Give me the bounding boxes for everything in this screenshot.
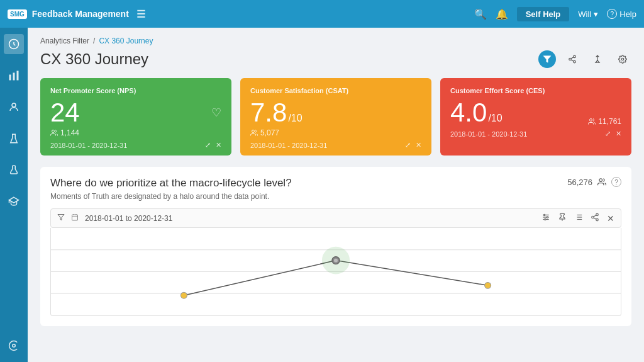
- csat-card: Customer Satisfaction (CSAT) 7.8/10 5,07…: [240, 78, 431, 156]
- help-link[interactable]: ? Help: [607, 9, 636, 19]
- share-action-icon[interactable]: [564, 50, 581, 68]
- chart-point-3[interactable]: [485, 282, 491, 288]
- svg-rect-1: [9, 75, 11, 81]
- nps-expand-icon[interactable]: ⤢: [205, 141, 211, 149]
- chart-filter-icon[interactable]: [57, 213, 65, 223]
- user-label: Will: [578, 9, 591, 19]
- search-icon[interactable]: 🔍: [474, 8, 487, 20]
- csat-footer-icons: ⤢ ✕: [405, 141, 421, 149]
- chart-list-icon[interactable]: [574, 213, 583, 223]
- svg-point-13: [52, 130, 55, 133]
- nps-date: 2018-01-01 - 2020-12-31: [50, 142, 127, 149]
- page-actions: [538, 50, 631, 68]
- ces-suffix: /10: [488, 113, 502, 123]
- csat-label: Customer Satisfaction (CSAT): [250, 87, 421, 94]
- svg-marker-6: [543, 56, 551, 63]
- ces-score-group: 4.0/10: [450, 99, 502, 126]
- page-title: CX 360 Journey: [40, 50, 148, 68]
- chart-toolbar-right: ✕: [541, 213, 614, 223]
- ces-label: Customer Effort Score (CES): [450, 87, 621, 94]
- section-question: Where do we prioritize at the macro-life…: [50, 177, 292, 189]
- svg-line-38: [594, 218, 596, 219]
- csat-footer: 2018-01-01 - 2020-12-31 ⤢ ✕: [250, 141, 421, 149]
- top-navigation: SMG Feedback Management ☰ 🔍 🔔 Self Help …: [0, 0, 644, 28]
- sidebar-item-industry[interactable]: [4, 65, 24, 86]
- chart-close-icon[interactable]: ✕: [607, 213, 614, 223]
- ces-footer: 2018-01-01 - 2020-12-31 ⤢ ✕: [450, 130, 621, 138]
- sidebar-item-science[interactable]: [4, 128, 24, 149]
- app-name: Feedback Management: [32, 9, 129, 19]
- nps-count: 1,144: [50, 128, 221, 137]
- sidebar-item-users[interactable]: [4, 97, 24, 117]
- chart-calendar-icon: [71, 213, 79, 223]
- breadcrumb-current[interactable]: CX 360 Journey: [99, 37, 153, 45]
- user-menu[interactable]: Will ▾: [578, 9, 598, 19]
- nps-footer-icons: ⤢ ✕: [205, 141, 221, 149]
- nps-close-icon[interactable]: ✕: [216, 141, 221, 149]
- svg-point-8: [569, 58, 572, 60]
- svg-point-35: [596, 213, 599, 216]
- user-chevron: ▾: [594, 9, 598, 19]
- chart-point-1[interactable]: [180, 292, 187, 298]
- csat-close-icon[interactable]: ✕: [416, 141, 421, 149]
- csat-suffix: /10: [288, 113, 302, 123]
- svg-point-36: [592, 216, 594, 218]
- sidebar-item-analytics[interactable]: [4, 34, 24, 54]
- ces-close-icon[interactable]: ✕: [616, 130, 621, 138]
- svg-point-37: [596, 218, 599, 221]
- nps-score: 24: [50, 99, 80, 126]
- csat-score: 7.8: [250, 98, 287, 127]
- section-subtitle: Moments of Truth are designated by a hal…: [50, 192, 621, 201]
- menu-icon[interactable]: ☰: [136, 8, 145, 20]
- settings-action-icon[interactable]: [614, 50, 631, 68]
- svg-rect-18: [72, 215, 78, 220]
- svg-point-27: [545, 218, 546, 220]
- layout: Analytics Filter / CX 360 Journey CX 360…: [0, 28, 644, 362]
- sidebar-item-tools[interactable]: [4, 336, 24, 356]
- chart-share-icon[interactable]: [591, 213, 599, 223]
- svg-line-10: [571, 60, 574, 61]
- ces-date: 2018-01-01 - 2020-12-31: [450, 130, 527, 138]
- breadcrumb-parent[interactable]: Analytics Filter: [40, 37, 89, 45]
- selfhelp-button[interactable]: Self Help: [517, 7, 570, 21]
- filter-action-icon[interactable]: [538, 50, 556, 68]
- svg-rect-3: [17, 71, 19, 81]
- ces-score-row: 4.0/10 11,761: [450, 99, 621, 126]
- csat-expand-icon[interactable]: ⤢: [405, 141, 411, 149]
- logo-box: SMG: [8, 9, 27, 19]
- app-logo: SMG Feedback Management ☰: [8, 8, 474, 20]
- csat-count: 5,077: [250, 128, 421, 137]
- nps-score-row: 24 ♡: [50, 99, 221, 126]
- nps-label: Net Promoter Score (NPS): [50, 87, 221, 94]
- notification-icon[interactable]: 🔔: [496, 8, 508, 20]
- chart-point-2-inner: [334, 259, 338, 263]
- ces-expand-icon[interactable]: ⤢: [605, 130, 611, 138]
- svg-point-5: [13, 344, 16, 348]
- nps-card: Net Promoter Score (NPS) 24 ♡ 1,144 2018…: [40, 78, 231, 156]
- nps-heart-icon: ♡: [211, 106, 221, 120]
- svg-marker-17: [58, 215, 64, 220]
- svg-point-15: [590, 119, 592, 122]
- svg-point-14: [252, 130, 255, 133]
- chart-toolbar-left: 2018-01-01 to 2020-12-31: [57, 213, 172, 223]
- macro-lifecycle-section: Where do we prioritize at the macro-life…: [40, 167, 631, 326]
- csat-score-group: 7.8/10: [250, 99, 303, 126]
- sidebar-item-education[interactable]: [4, 191, 24, 212]
- sidebar-item-flask[interactable]: [4, 160, 24, 180]
- score-cards: Net Promoter Score (NPS) 24 ♡ 1,144 2018…: [40, 78, 631, 156]
- svg-line-39: [594, 215, 596, 217]
- chart-pin-icon[interactable]: [558, 213, 567, 223]
- main-content: Analytics Filter / CX 360 Journey CX 360…: [28, 28, 644, 362]
- section-help-icon[interactable]: ?: [611, 177, 621, 187]
- sidebar: [0, 28, 28, 362]
- pin-action-icon[interactable]: [589, 50, 606, 68]
- ces-card: Customer Effort Score (CES) 4.0/10 11,76…: [440, 78, 631, 156]
- page-header: CX 360 Journey: [40, 50, 631, 68]
- section-header: Where do we prioritize at the macro-life…: [50, 177, 621, 189]
- svg-point-25: [544, 214, 545, 215]
- svg-point-26: [547, 217, 548, 218]
- chart-svg: [51, 228, 621, 315]
- svg-point-4: [12, 103, 16, 107]
- ces-footer-icons: ⤢ ✕: [605, 130, 621, 138]
- chart-settings-icon[interactable]: [541, 213, 550, 223]
